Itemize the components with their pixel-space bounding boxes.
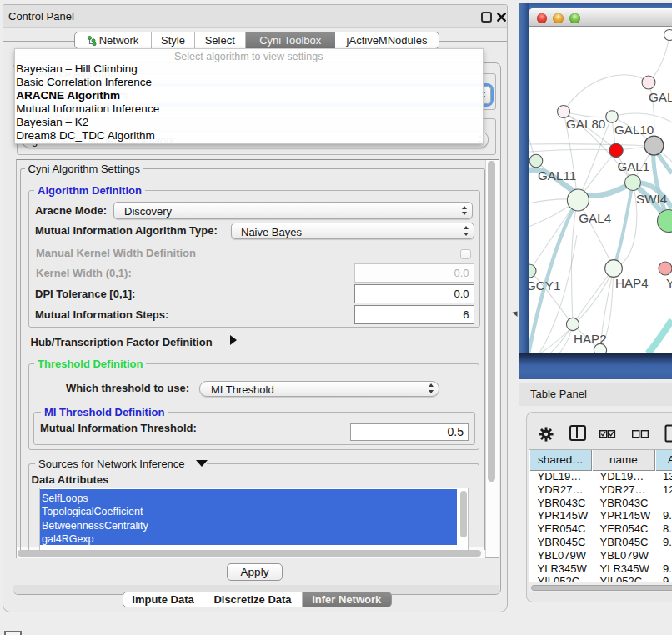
svg-text:GAL7: GAL7 [649,90,672,104]
svg-text:SWI4: SWI4 [636,192,667,206]
svg-text:GAL4: GAL4 [579,211,611,225]
svg-text:GAL10: GAL10 [614,122,654,137]
svg-text:GCY1: GCY1 [529,278,560,292]
svg-text:GAL11: GAL11 [538,168,576,182]
svg-text:Y: Y [666,276,672,290]
svg-text:HAP4: HAP4 [615,276,649,290]
svg-text:HAP2: HAP2 [574,332,607,346]
svg-text:GAL80: GAL80 [566,117,605,131]
svg-text:GAL1: GAL1 [617,159,649,173]
